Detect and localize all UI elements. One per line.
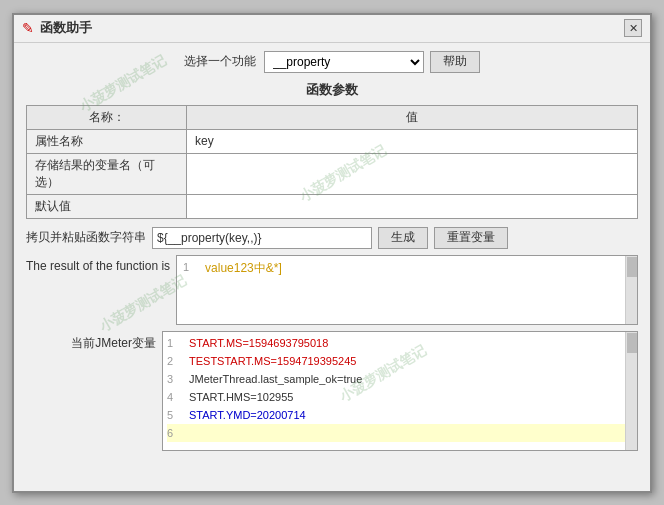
result-area: The result of the function is 1 value123… (26, 255, 638, 325)
reset-button[interactable]: 重置变量 (434, 227, 508, 249)
vars-box: 1START.MS=15946937950182TESTSTART.MS=159… (162, 331, 638, 451)
param-value-1[interactable] (187, 153, 638, 194)
var-line-text: TESTSTART.MS=1594719395245 (189, 355, 356, 367)
var-line-num: 6 (167, 427, 183, 439)
result-scrollbar-thumb (627, 257, 637, 277)
main-window: 小菠萝测试笔记 小菠萝测试笔记 小菠萝测试笔记 小菠萝测试笔记 ✎ 函数助手 ✕… (12, 13, 652, 493)
select-row: 选择一个功能 __property 帮助 (26, 51, 638, 73)
result-label: The result of the function is (26, 255, 170, 273)
var-line-num: 1 (167, 337, 183, 349)
var-line-num: 4 (167, 391, 183, 403)
vars-scrollbar-thumb (627, 333, 637, 353)
var-line-text: START.YMD=20200714 (189, 409, 306, 421)
result-content: 1 value123中&*] (177, 256, 637, 324)
title-bar: ✎ 函数助手 ✕ (14, 15, 650, 43)
var-line: 4START.HMS=102955 (167, 388, 633, 406)
param-label-2: 默认值 (27, 194, 187, 218)
result-line-num: 1 (183, 260, 199, 273)
copy-row: 拷贝并粘贴函数字符串 生成 重置变量 (26, 227, 638, 249)
select-wrapper: __property 帮助 (264, 51, 480, 73)
var-line: 1START.MS=1594693795018 (167, 334, 633, 352)
col-name-header: 名称： (27, 105, 187, 129)
table-row: 存储结果的变量名（可选） (27, 153, 638, 194)
result-line: 1 value123中&*] (183, 260, 631, 277)
select-label: 选择一个功能 (184, 53, 256, 70)
params-title: 函数参数 (26, 81, 638, 99)
var-line: 3JMeterThread.last_sample_ok=true (167, 370, 633, 388)
param-value-2[interactable] (187, 194, 638, 218)
content-area: 选择一个功能 __property 帮助 函数参数 名称： 值 属性名称 key (14, 43, 650, 491)
result-scrollbar[interactable] (625, 256, 637, 324)
vars-scrollbar[interactable] (625, 332, 637, 450)
var-line: 6 (167, 424, 633, 442)
copy-input[interactable] (152, 227, 372, 249)
var-line: 2TESTSTART.MS=1594719395245 (167, 352, 633, 370)
table-row: 默认值 (27, 194, 638, 218)
var-line-num: 2 (167, 355, 183, 367)
title-bar-left: ✎ 函数助手 (22, 19, 92, 37)
generate-button[interactable]: 生成 (378, 227, 428, 249)
vars-content: 1START.MS=15946937950182TESTSTART.MS=159… (163, 332, 637, 450)
param-value-0[interactable]: key (187, 129, 638, 153)
vars-section: 当前JMeter变量 1START.MS=15946937950182TESTS… (26, 331, 638, 483)
vars-label: 当前JMeter变量 (26, 331, 156, 352)
title-text: 函数助手 (40, 19, 92, 37)
col-value-header: 值 (187, 105, 638, 129)
close-button[interactable]: ✕ (624, 19, 642, 37)
param-label-1: 存储结果的变量名（可选） (27, 153, 187, 194)
result-line-text: value123中&*] (205, 260, 282, 277)
var-line-num: 3 (167, 373, 183, 385)
result-box: 1 value123中&*] (176, 255, 638, 325)
copy-label: 拷贝并粘贴函数字符串 (26, 229, 146, 246)
var-line: 5START.YMD=20200714 (167, 406, 633, 424)
var-line-num: 5 (167, 409, 183, 421)
function-select[interactable]: __property (264, 51, 424, 73)
var-line-text: START.HMS=102955 (189, 391, 293, 403)
params-table: 名称： 值 属性名称 key 存储结果的变量名（可选） 默认值 (26, 105, 638, 219)
var-line-text: JMeterThread.last_sample_ok=true (189, 373, 362, 385)
var-line-text: START.MS=1594693795018 (189, 337, 328, 349)
table-row: 属性名称 key (27, 129, 638, 153)
help-button[interactable]: 帮助 (430, 51, 480, 73)
param-label-0: 属性名称 (27, 129, 187, 153)
title-icon: ✎ (22, 20, 34, 36)
